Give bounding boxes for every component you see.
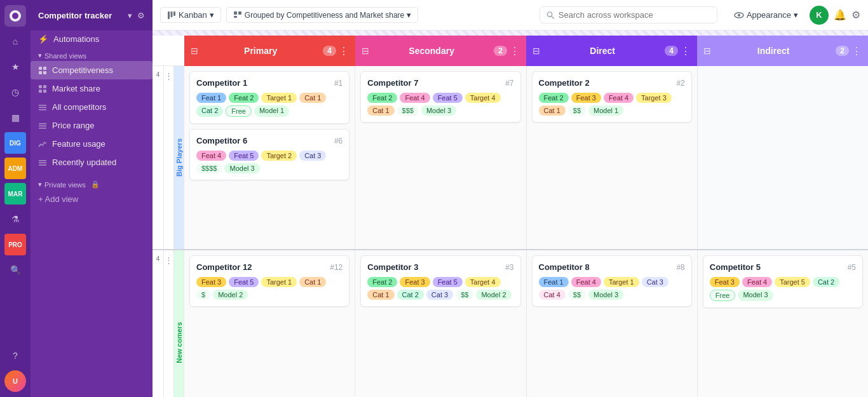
tag-feat2-c3: Feat 2 <box>367 277 397 287</box>
search-bar[interactable] <box>539 6 717 24</box>
tag-target2-c6: Target 2 <box>261 151 297 161</box>
card-competitor-7[interactable]: Competitor 7 #7 Feat 2 Feat 4 Feat 5 Tar… <box>360 71 520 123</box>
appearance-btn[interactable]: Appearance ▾ <box>728 8 804 23</box>
svg-point-28 <box>738 14 740 17</box>
group-by-btn[interactable]: Grouped by Competitiveness and Market sh… <box>226 7 418 23</box>
sidebar-item-all-competitors[interactable]: All competitors <box>31 98 153 116</box>
card-3-num: #3 <box>505 263 513 272</box>
svg-rect-24 <box>234 16 237 18</box>
svg-rect-20 <box>171 11 173 17</box>
tag-dollar-c12: $ <box>196 290 210 300</box>
mar-badge[interactable]: MAR <box>4 183 26 205</box>
adm-badge[interactable]: ADM <box>4 158 26 179</box>
tag-feat4-c7: Feat 4 <box>400 93 430 103</box>
indirect-menu-icon[interactable]: ⋮ <box>851 45 862 57</box>
card-competitor-1[interactable]: Competitor 1 #1 Feat 1 Feat 2 Target 1 C… <box>189 71 349 124</box>
cell-primary-new-comers: Competitor 12 #12 Feat 3 Feat 5 Target 1… <box>184 250 355 397</box>
card-12-title: Competitor 12 <box>196 262 252 272</box>
kanban-chevron: ▾ <box>210 10 214 20</box>
sidebar-item-automations[interactable]: ⚡ Automations <box>31 30 153 48</box>
add-view-btn[interactable]: + Add view <box>31 190 153 208</box>
svg-rect-8 <box>39 90 42 93</box>
group-icon[interactable]: ▦ <box>4 107 26 128</box>
logo-icon[interactable] <box>4 5 26 27</box>
tag-dollar-c3: $$ <box>456 290 473 300</box>
primary-menu-icon[interactable]: ⋮ <box>339 45 349 57</box>
col-header-primary: ⊟ Primary 4 ⋮ <box>184 36 355 66</box>
tag-model2-c12: Model 2 <box>213 290 248 300</box>
row-dots-new[interactable]: ⋮ <box>164 250 174 397</box>
direct-menu-icon[interactable]: ⋮ <box>681 45 691 57</box>
row-label-new-comers: 4 ⋮ New comers <box>153 250 184 397</box>
card-1-header: Competitor 1 #1 <box>196 78 342 88</box>
grid-icon <box>38 66 47 75</box>
collapse-indirect-icon[interactable]: ⊟ <box>703 46 711 56</box>
indirect-label: Indirect <box>714 46 833 56</box>
sidebar-item-feature-usage[interactable]: Feature usage <box>31 135 153 153</box>
card-6-tags: Feat 4 Feat 5 Target 2 Cat 3 $$$$ Model … <box>196 151 342 173</box>
question-icon[interactable]: ? <box>4 345 26 367</box>
sidebar-item-recently-updated[interactable]: Recently updated <box>31 153 153 172</box>
gear-icon[interactable]: ⚙ <box>851 9 860 21</box>
tag-model1-c2: Model 1 <box>588 105 623 116</box>
collapse-primary-icon[interactable]: ⊟ <box>191 46 198 56</box>
search-icon-left[interactable]: 🔍 <box>4 259 26 281</box>
kanban-scroll[interactable]: ⊟ Primary 4 ⋮ ⊟ Secondary 2 ⋮ ⊟ Direct 4 <box>153 36 868 397</box>
flask-icon[interactable]: ⚗ <box>4 208 26 230</box>
tag-feat5-c7: Feat 5 <box>433 93 463 103</box>
sidebar-chevron[interactable]: ▾ <box>128 11 132 20</box>
tag-dollar-c7: $$$ <box>397 105 419 116</box>
svg-rect-21 <box>173 11 175 16</box>
svg-rect-7 <box>43 85 46 88</box>
tag-target3-c2: Target 3 <box>636 93 672 103</box>
topbar-right: Appearance ▾ K 🔔 ⚙ <box>728 6 860 25</box>
direct-count: 4 <box>665 46 678 56</box>
star-icon[interactable]: ★ <box>4 56 26 77</box>
search-input[interactable] <box>559 10 710 20</box>
card-competitor-2[interactable]: Competitor 2 #2 Feat 2 Feat 3 Feat 4 Tar… <box>532 71 692 123</box>
card-5-num: #5 <box>848 263 856 272</box>
card-competitor-3[interactable]: Competitor 3 #3 Feat 2 Feat 3 Feat 5 Tar… <box>360 255 520 307</box>
dig-badge[interactable]: DIG <box>4 132 26 154</box>
home-icon[interactable]: ⌂ <box>4 30 26 52</box>
tag-feat5-c12: Feat 5 <box>229 277 259 287</box>
collapse-direct-icon[interactable]: ⊟ <box>532 46 540 56</box>
group-by-icon <box>233 11 242 20</box>
svg-rect-22 <box>234 11 237 15</box>
card-competitor-6[interactable]: Competitor 6 #6 Feat 4 Feat 5 Target 2 C… <box>189 129 349 180</box>
new-comers-label: New comers <box>175 322 183 363</box>
clock-icon[interactable]: ◷ <box>4 81 26 103</box>
col-header-direct: ⊟ Direct 4 ⋮ <box>526 36 697 66</box>
card-8-tags: Feat 1 Feat 4 Target 1 Cat 3 Cat 4 $$ Mo… <box>539 277 685 300</box>
sidebar-settings-icon[interactable]: ⚙ <box>137 11 145 20</box>
indirect-count: 2 <box>836 46 849 56</box>
tag-feat5-c3: Feat 5 <box>433 277 463 287</box>
sidebar-item-price-range[interactable]: Price range <box>31 116 153 135</box>
kanban-view-btn[interactable]: Kanban ▾ <box>160 7 221 23</box>
stripe-decoration <box>153 30 868 36</box>
card-competitor-5[interactable]: Competitor 5 #5 Feat 3 Feat 4 Target 5 C… <box>703 255 863 308</box>
all-competitors-icon <box>38 103 47 112</box>
sidebar-item-competitiveness[interactable]: Competitiveness <box>31 61 153 79</box>
pro-badge[interactable]: PRO <box>4 234 26 255</box>
market-share-label: Market share <box>52 84 100 93</box>
svg-rect-23 <box>238 11 241 15</box>
svg-rect-16 <box>39 160 46 161</box>
tag-model3-c8: Model 3 <box>588 290 623 300</box>
sidebar-header: Competitor tracker ▾ ⚙ <box>31 0 153 30</box>
tag-model3-c5: Model 3 <box>738 290 773 301</box>
collapse-secondary-icon[interactable]: ⊟ <box>362 46 369 56</box>
tag-cat2-c3: Cat 2 <box>397 290 424 300</box>
card-2-num: #2 <box>676 79 684 88</box>
price-range-label: Price range <box>52 121 94 130</box>
secondary-menu-icon[interactable]: ⋮ <box>510 45 520 57</box>
card-competitor-8[interactable]: Competitor 8 #8 Feat 1 Feat 4 Target 1 C… <box>532 255 692 307</box>
tag-model1: Model 1 <box>254 105 289 117</box>
card-competitor-12[interactable]: Competitor 12 #12 Feat 3 Feat 5 Target 1… <box>189 255 349 307</box>
card-5-tags: Feat 3 Feat 4 Target 5 Cat 2 Free Model … <box>710 277 856 301</box>
row-text-big: Big Players <box>174 66 184 249</box>
bell-icon[interactable]: 🔔 <box>834 9 846 21</box>
sidebar-item-market-share[interactable]: Market share <box>31 79 153 98</box>
row-dots-big[interactable]: ⋮ <box>164 66 174 249</box>
lock-icon: 🔒 <box>91 180 100 189</box>
